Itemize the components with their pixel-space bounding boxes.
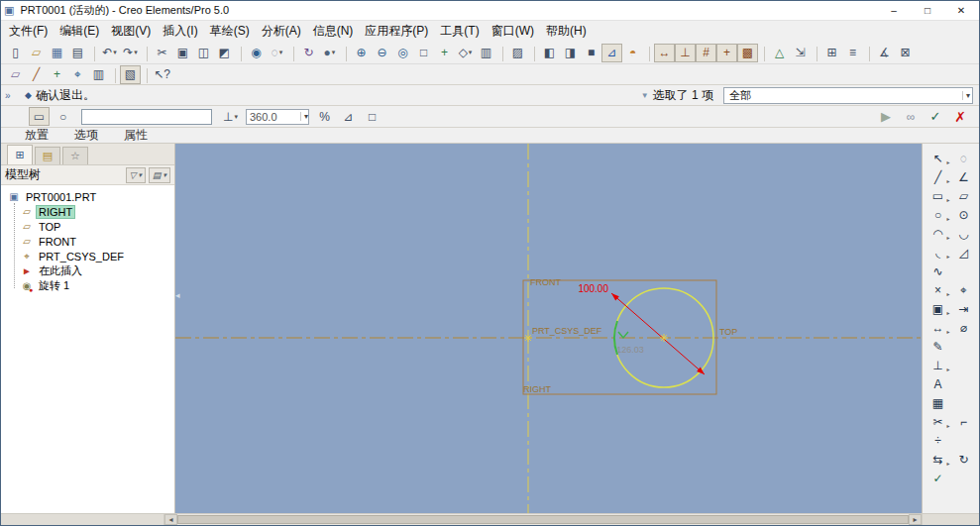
line-tool[interactable]: ╱ xyxy=(926,167,951,186)
constrain-tool[interactable]: ⊥ xyxy=(926,356,951,374)
conic-tool[interactable]: ◡ xyxy=(951,224,977,243)
menu-edit[interactable]: 编辑(E) xyxy=(54,21,105,42)
slanted-rectangle-tool[interactable]: ▱ xyxy=(951,186,977,205)
dimension-tool[interactable]: ↔ xyxy=(926,318,951,337)
refit-button[interactable]: ◎ xyxy=(392,44,413,62)
tree-item-top[interactable]: ▱ TOP xyxy=(1,219,174,234)
text-tool[interactable]: A xyxy=(926,374,951,393)
view-manager-button[interactable]: ▥ xyxy=(476,44,496,62)
format-button[interactable]: ≡ xyxy=(842,44,863,62)
preview-button[interactable]: ▶ xyxy=(875,108,897,126)
minimize-button[interactable]: – xyxy=(879,2,909,19)
diameter-dimension-line[interactable] xyxy=(611,293,705,374)
corner-trim-tool[interactable]: ⌐ xyxy=(951,412,977,431)
flip-direction-button[interactable]: % xyxy=(314,107,335,126)
sketch-view-button[interactable]: ⊿ xyxy=(601,44,622,62)
toggle-constraints-button[interactable]: ⊥ xyxy=(675,44,696,62)
sketch-display-button[interactable]: ▧ xyxy=(120,65,141,84)
layers-button[interactable]: ▨ xyxy=(507,44,528,62)
tree-item-insert-here[interactable]: ► 在此插入 xyxy=(1,263,174,278)
horizontal-scrollbar[interactable]: ◂ ▸ xyxy=(1,513,979,525)
info-button[interactable]: ◓ xyxy=(622,44,643,62)
dashboard-tab-placement[interactable]: 放置 xyxy=(25,127,49,144)
menu-insert[interactable]: 插入(I) xyxy=(157,21,203,42)
shade-loops-button[interactable]: ▩ xyxy=(737,44,758,62)
revolve-as-solid-button[interactable]: ▭ xyxy=(29,107,50,126)
circle-tool[interactable]: ○ xyxy=(926,205,951,224)
select-tool[interactable]: ↖ xyxy=(926,149,951,167)
datum-csys-toggle[interactable]: ⌖ xyxy=(67,65,88,84)
undo-button[interactable]: ↶ xyxy=(99,44,120,62)
zoom-out-button[interactable]: ⊖ xyxy=(372,44,392,62)
save-button[interactable]: ▦ xyxy=(47,44,67,62)
regenerate-button[interactable]: ↻ xyxy=(298,44,319,62)
paste-special-button[interactable]: ◩ xyxy=(214,44,235,62)
zoom-in-button[interactable]: ⊕ xyxy=(351,44,372,62)
chevron-down-icon[interactable]: ▾ xyxy=(962,91,970,100)
sketch-csys-tool[interactable]: ⌖ xyxy=(951,280,977,299)
menu-analysis[interactable]: 分析(A) xyxy=(256,21,307,42)
maximize-button[interactable]: □ xyxy=(913,2,942,19)
redo-button[interactable]: ↷ xyxy=(120,44,141,62)
graphics-area[interactable]: 100.00 126.03 FRONT PRT_CSYS_DEF TOP RIG… xyxy=(175,144,922,513)
tree-item-csys[interactable]: ⌖ PRT_CSYS_DEF xyxy=(1,249,174,263)
tangent-line-tool[interactable]: ∠ xyxy=(951,167,977,186)
saved-views-button[interactable]: ◇ xyxy=(455,44,476,62)
diagnostics-button[interactable]: △ xyxy=(769,44,790,62)
toggle-vertices-button[interactable]: + xyxy=(716,44,737,62)
select-options-button[interactable]: ◌ xyxy=(267,44,287,62)
new-file-button[interactable]: ▯ xyxy=(5,44,26,62)
import-data-button[interactable]: ⇲ xyxy=(790,44,811,62)
thicken-sketch-button[interactable]: □ xyxy=(362,107,382,126)
scroll-right-button[interactable]: ▸ xyxy=(909,514,922,525)
menu-file[interactable]: 文件(F) xyxy=(3,21,54,42)
dashboard-tab-options[interactable]: 选项 xyxy=(74,127,98,144)
rectangle-tool[interactable]: ▭ xyxy=(926,186,951,205)
context-help-button[interactable]: ↖? xyxy=(152,65,172,84)
remove-material-button[interactable]: ⊿ xyxy=(338,107,359,126)
display-style-button[interactable]: ● xyxy=(319,44,340,62)
window-arrange-button[interactable]: ◨ xyxy=(560,44,581,62)
new-window-button[interactable]: ◧ xyxy=(539,44,560,62)
accept-button[interactable]: ✓ xyxy=(925,108,946,126)
window-activate-button[interactable]: ■ xyxy=(581,44,601,62)
selection-filter-combo[interactable]: 全部 ▾ xyxy=(723,87,973,104)
copy-button[interactable]: ▣ xyxy=(172,44,193,62)
favorites-tab[interactable]: ☆ xyxy=(62,147,88,164)
spin-center-button[interactable]: + xyxy=(434,44,455,62)
menu-sketch[interactable]: 草绘(S) xyxy=(204,21,256,42)
menu-view[interactable]: 视图(V) xyxy=(105,21,157,42)
angle-value-combo[interactable]: ▾ xyxy=(246,109,309,125)
tree-filter-button[interactable]: ▽ ▾ xyxy=(126,167,146,183)
menu-help[interactable]: 帮助(H) xyxy=(540,21,593,42)
tree-item-front[interactable]: ▱ FRONT xyxy=(1,234,174,249)
toggle-grid-button[interactable]: # xyxy=(696,44,716,62)
utilities-button[interactable]: ⊠ xyxy=(895,44,916,62)
angle-type-button[interactable]: ⊥ xyxy=(220,107,241,126)
panel-collapse-handle[interactable]: ◂ xyxy=(175,290,180,300)
find-button[interactable]: ◉ xyxy=(246,44,267,62)
scroll-left-button[interactable]: ◂ xyxy=(164,514,177,525)
open-file-button[interactable]: ▱ xyxy=(26,44,47,62)
select-alt-tool[interactable]: ◌ xyxy=(951,149,977,167)
analysis-button[interactable]: ∡ xyxy=(874,44,895,62)
done-tool[interactable]: ✓ xyxy=(926,469,951,487)
cut-button[interactable]: ✂ xyxy=(152,44,172,62)
palette-tool[interactable]: ▦ xyxy=(926,393,951,412)
modify-tool[interactable]: ✎ xyxy=(926,337,951,356)
tree-item-part[interactable]: ▣ PRT0001.PRT xyxy=(1,189,174,204)
datum-axes-toggle[interactable]: ╱ xyxy=(26,65,47,84)
revolve-as-surface-button[interactable]: ○ xyxy=(53,107,73,126)
fillet-tool[interactable]: ◟ xyxy=(926,243,951,262)
reference-dimension-value[interactable]: 126.03 xyxy=(616,345,644,355)
chevron-down-icon[interactable]: ▾ xyxy=(300,112,308,121)
model-tree-tab[interactable]: ⊞ xyxy=(7,145,33,164)
menu-info[interactable]: 信息(N) xyxy=(307,21,360,42)
verify-button[interactable]: ∞ xyxy=(900,108,922,126)
paste-button[interactable]: ◫ xyxy=(193,44,214,62)
datum-planes-toggle[interactable]: ▱ xyxy=(5,65,26,84)
mirror-tool[interactable]: ⇆ xyxy=(926,450,951,469)
offset-edge-tool[interactable]: ⇥ xyxy=(951,299,977,318)
circle-center-marker[interactable] xyxy=(660,334,668,342)
datum-points-toggle[interactable]: + xyxy=(47,65,67,84)
